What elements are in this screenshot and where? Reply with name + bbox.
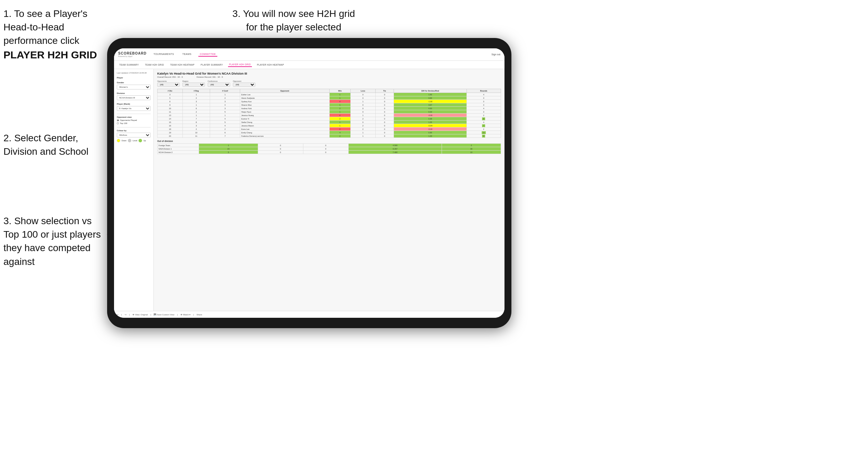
filter-opponents-group: Opponents: (All) xyxy=(157,80,180,87)
subnav-team-h2h-heatmap[interactable]: TEAM H2H HEATMAP xyxy=(169,63,195,67)
instruction-step1: 1. To see a Player's Head-to-Head perfor… xyxy=(3,7,111,62)
grid-area: Katelyn Vo Head-to-Head Grid for Women's… xyxy=(154,69,504,311)
top-nav: SCOREBOARD Powered by clippd TOURNAMENTS… xyxy=(114,48,504,61)
radio-top100[interactable]: Top 100 xyxy=(117,122,151,124)
col-div: # Div xyxy=(158,89,183,93)
table-row: 19 10 6 Emily Chang 4 1 0 0.30 11 xyxy=(158,131,501,134)
toolbar-separator1: | xyxy=(121,314,122,316)
colour-by-section: Colour by Win/loss Down Level Up xyxy=(117,130,151,142)
main-content: Last Updated: 27/03/2024 16:55:38 Player… xyxy=(114,69,504,311)
toolbar-separator2: | xyxy=(129,314,130,316)
grid-title: Katelyn Vo Head-to-Head Grid for Women's… xyxy=(157,72,501,75)
legend-label-down: Down xyxy=(122,140,126,142)
bottom-toolbar: ↩ | ↪ | 👁 View: Original | 💾 Save Custom… xyxy=(114,311,504,318)
instruction-step3b: 3. Show selection vs Top 100 or just pla… xyxy=(3,214,104,268)
table-row: 13 1 1 Jessica Huang 0 1 0 -3.00 2 xyxy=(158,114,501,117)
nav-tournaments[interactable]: TOURNAMENTS xyxy=(152,52,175,57)
subnav-player-summary[interactable]: PLAYER SUMMARY xyxy=(200,63,224,67)
radio-dot-opponents xyxy=(117,119,119,121)
table-row: 18 2 2 Euna Lee 0 2 0 -5.00 2 xyxy=(158,127,501,131)
filter-opponent-label: Opponent xyxy=(233,80,255,82)
sidebar-gender-section: Gender Women's xyxy=(117,82,151,89)
sidebar-player-rank-section: Player (Rank) 8. Katelyn Vo xyxy=(117,103,151,111)
opponent-view-section: Opponent view Opponents Played Top 100 xyxy=(117,116,151,124)
sidebar-gender-label: Gender xyxy=(117,82,151,84)
filter-conference-group: Conference (All) xyxy=(208,80,230,87)
filter-opponents-label: Opponents: xyxy=(157,80,180,82)
filter-opponents-select[interactable]: (All) xyxy=(157,83,180,87)
col-conf: # Conf xyxy=(210,89,240,93)
out-table-row: NAIA Division 1 15 0 0 9.267 30 xyxy=(158,147,501,151)
col-opponent: Opponent xyxy=(240,89,329,93)
table-row: 11 2 5 Heejo Hyun 1 0 0 0.33 3 xyxy=(158,110,501,114)
toolbar-watch[interactable]: 👁 Watch ▾ xyxy=(180,313,190,316)
nav-links: TOURNAMENTS TEAMS COMMITTEE xyxy=(152,52,491,57)
sidebar: Last Updated: 27/03/2024 16:55:38 Player… xyxy=(114,69,154,311)
instruction-step3a: 3. You will now see H2H grid for the pla… xyxy=(228,7,359,34)
toolbar-separator3: | xyxy=(151,314,151,316)
sidebar-player-section: Player xyxy=(117,77,151,79)
table-row: 16 3 4 Jessica Mason 1 2 0 -0.94 7 xyxy=(158,124,501,127)
filter-conference-select[interactable]: (All) xyxy=(208,83,230,87)
filter-region-select[interactable]: (All) xyxy=(182,83,205,87)
brand: SCOREBOARD Powered by clippd xyxy=(118,51,147,57)
filter-opponent-select[interactable]: (All) xyxy=(233,83,255,87)
data-table: # Div # Reg # Conf Opponent Win Loss Tie… xyxy=(157,89,501,138)
table-row: 20 11 7 Federica Domecq Lacroze 2 1 0 1.… xyxy=(158,134,501,138)
nav-committee[interactable]: COMMITTEE xyxy=(198,52,217,57)
sidebar-division-section: Division NCAA Division III xyxy=(117,92,151,100)
subnav-team-h2h-grid[interactable]: TEAM H2H GRID xyxy=(144,63,165,67)
out-table-row: NCAA Division 2 5 0 0 7.400 10 xyxy=(158,151,501,154)
legend-dot-down xyxy=(117,139,120,142)
legend-label-level: Level xyxy=(133,140,137,142)
radio-dot-top100 xyxy=(117,122,119,124)
subnav-team-summary[interactable]: TEAM SUMMARY xyxy=(118,63,140,67)
filter-row: Opponents: (All) Region (All) xyxy=(157,80,501,87)
filter-region-label: Region xyxy=(182,80,205,82)
out-of-division-table: Foreign Team 1 0 0 4.500 2 NAIA Division… xyxy=(157,143,501,154)
table-row: 15 8 5 Stella Cheng 1 0 0 1.25 4 xyxy=(158,121,501,124)
col-tie: Tie xyxy=(375,89,394,93)
radio-opponents-played[interactable]: Opponents Played xyxy=(117,119,151,121)
table-row: 5 2 2 Alexis Sudjianto 1 0 0 4.00 3 xyxy=(158,96,501,100)
filter-conference-label: Conference xyxy=(208,80,230,82)
filter-opponent-group: Opponent (All) xyxy=(233,80,255,87)
grid-records: Overall Record: 353 - 34 - 6 Division Re… xyxy=(157,76,501,78)
table-header-row: # Div # Reg # Conf Opponent Win Loss Tie… xyxy=(158,89,501,93)
col-win: Win xyxy=(329,89,351,93)
legend-dot-level xyxy=(128,139,131,142)
toolbar-undo[interactable]: ↩ xyxy=(117,313,119,316)
sign-out[interactable]: Sign out xyxy=(491,53,500,56)
out-table-row: Foreign Team 1 0 0 4.500 2 xyxy=(158,144,501,147)
sidebar-timestamp: Last Updated: 27/03/2024 16:55:38 xyxy=(117,72,151,74)
radio-group: Opponents Played Top 100 xyxy=(117,119,151,124)
toolbar-view-original[interactable]: 👁 View: Original xyxy=(132,314,148,316)
sidebar-player-rank-label: Player (Rank) xyxy=(117,103,151,105)
sidebar-gender-select[interactable]: Women's xyxy=(117,85,151,89)
colour-by-select[interactable]: Win/loss xyxy=(117,133,151,137)
subnav-player-h2h-grid[interactable]: PLAYER H2H GRID xyxy=(228,63,252,67)
table-row: 3 1 1 Esther Lee 1 0 0 1.50 4 xyxy=(158,93,501,96)
col-loss: Loss xyxy=(351,89,376,93)
sidebar-player-label: Player xyxy=(117,77,151,79)
table-row: 14 7 4 Eunice Yi 2 2 0 0.38 9 xyxy=(158,117,501,121)
subnav-player-h2h-heatmap[interactable]: PLAYER H2H HEATMAP xyxy=(256,63,285,67)
instruction-step2: 2. Select Gender, Division and School xyxy=(3,131,104,158)
legend-row: Down Level Up xyxy=(117,139,151,142)
toolbar-separator4: | xyxy=(177,314,178,316)
table-row: 10 6 3 Andrea York 2 0 0 4.00 4 xyxy=(158,107,501,110)
filter-region-group: Region (All) xyxy=(182,80,205,87)
toolbar-save-custom[interactable]: 💾 Save Custom View xyxy=(154,313,174,316)
toolbar-share[interactable]: Share xyxy=(197,314,202,316)
col-reg: # Reg xyxy=(182,89,210,93)
legend-dot-up xyxy=(139,139,142,142)
nav-teams[interactable]: TEAMS xyxy=(181,52,193,57)
opponent-view-label: Opponent view xyxy=(117,116,151,118)
sidebar-player-rank-select[interactable]: 8. Katelyn Vo xyxy=(117,106,151,111)
sidebar-division-select[interactable]: NCAA Division III xyxy=(117,95,151,100)
toolbar-redo[interactable]: ↪ xyxy=(125,313,126,316)
app-container: SCOREBOARD Powered by clippd TOURNAMENTS… xyxy=(114,48,504,318)
legend-label-up: Up xyxy=(143,140,146,142)
col-rounds: Rounds xyxy=(466,89,501,93)
table-row: 6 3 3 Sydney Kuo 0 1 0 -1.00 3 xyxy=(158,100,501,103)
